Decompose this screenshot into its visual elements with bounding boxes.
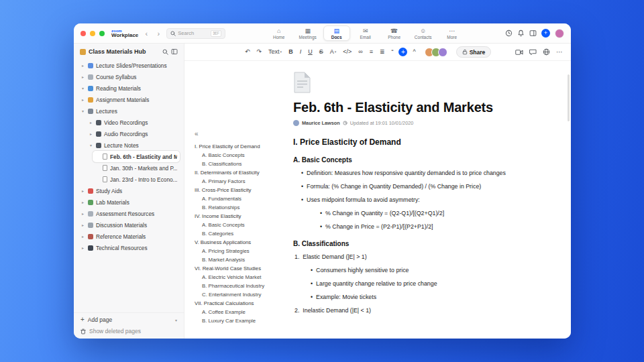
history-icon[interactable]	[505, 29, 513, 37]
tab-contacts[interactable]: ☺Contacts	[410, 25, 437, 41]
document[interactable]: Feb. 6th - Elasticity and Markets Mauric…	[284, 61, 571, 339]
chevron-right-icon[interactable]: ▸	[80, 200, 85, 204]
sidebar-item[interactable]: ▸Assignment Materials	[78, 94, 180, 105]
collapse-toolbar-button[interactable]: ^	[411, 48, 417, 56]
sidebar-item[interactable]: ▸Lab Materials	[78, 196, 180, 208]
sidebar-item[interactable]: Jan. 30th - Markets and P...	[93, 162, 180, 174]
sidebar-item[interactable]: ▸Reference Materials	[78, 231, 180, 242]
underline-button[interactable]: U	[307, 48, 314, 56]
toc-item[interactable]: B. Luxury Car Example	[195, 316, 281, 325]
collapse-toc-icon[interactable]: «	[195, 131, 281, 137]
undo-button[interactable]: ↶	[244, 48, 252, 56]
toc-item[interactable]: C. Entertainment Industry	[195, 290, 281, 299]
chevron-right-icon[interactable]: ▸	[80, 188, 85, 193]
toc-item[interactable]: VI. Real-World Case Studies	[195, 264, 281, 273]
chevron-down-icon[interactable]: ▾	[80, 109, 85, 113]
sidebar-item[interactable]: Jan. 23rd - Intro to Econo...	[93, 174, 180, 185]
doc-bullet-item[interactable]: •Example: Movie tickets	[311, 294, 523, 301]
more-options-icon[interactable]: ⋯	[556, 50, 563, 54]
doc-heading[interactable]: B. Classifications	[293, 240, 523, 247]
forward-button[interactable]: ›	[154, 29, 162, 38]
sidebar-item[interactable]: Feb. 6th - Elasticity and M...	[93, 151, 180, 162]
minimize-button[interactable]	[90, 31, 95, 36]
collaborator-avatar[interactable]	[438, 48, 447, 57]
redo-button[interactable]: ↷	[256, 48, 264, 56]
sidebar-item[interactable]: ▸Video Recordings	[86, 117, 180, 128]
notifications-bell-icon[interactable]	[517, 29, 525, 37]
link-button[interactable]: ∞	[357, 48, 364, 56]
chevron-down-icon[interactable]: ▾	[175, 318, 177, 322]
tab-more[interactable]: ⋯More	[439, 25, 466, 41]
back-button[interactable]: ‹	[142, 29, 150, 38]
tab-phone[interactable]: ☎Phone	[381, 25, 408, 41]
chevron-right-icon[interactable]: ▸	[89, 131, 93, 136]
strikethrough-button[interactable]: S	[318, 48, 325, 56]
chevron-right-icon[interactable]: ▸	[80, 234, 85, 239]
chevron-right-icon[interactable]: ▸	[80, 211, 85, 216]
sidebar-item[interactable]: ▸Lecture Slides/Presentations	[78, 60, 180, 71]
sidebar-item[interactable]: ▸Audio Recordings	[86, 128, 180, 139]
tab-email[interactable]: ✉Email	[352, 25, 379, 41]
new-item-button[interactable]: +	[541, 29, 550, 38]
doc-bullet-item[interactable]: •Large quantity change relative to price…	[311, 280, 523, 288]
toc-item[interactable]: A. Primary Factors	[195, 177, 281, 186]
sidebar-item[interactable]: ▸Study Aids	[78, 185, 180, 196]
chevron-right-icon[interactable]: ▸	[80, 97, 85, 102]
sidebar-item[interactable]: ▸Course Syllabus	[78, 71, 180, 82]
toc-item[interactable]: A. Fundamentals	[195, 194, 281, 203]
toc-item[interactable]: I. Price Elasticity of Demand	[195, 142, 281, 151]
doc-bullet-item[interactable]: •% Change in Price = (P2-P1)/[(P2+P1)/2]	[320, 223, 523, 231]
video-camera-icon[interactable]	[515, 49, 523, 56]
toc-item[interactable]: B. Pharmaceutical Industry	[195, 282, 281, 290]
sidebar-item[interactable]: ▾Lectures	[78, 105, 180, 117]
sidebar-search-icon[interactable]	[162, 49, 168, 55]
text-style-button[interactable]: Text▾	[267, 48, 283, 56]
toc-item[interactable]: A. Basic Concepts	[195, 151, 281, 160]
chevron-right-icon[interactable]: ▸	[80, 74, 85, 79]
chat-icon[interactable]	[529, 49, 537, 56]
text-color-button[interactable]: A▾	[329, 48, 338, 56]
sidebar-item[interactable]: ▸Discussion Materials	[78, 219, 180, 231]
doc-bullet-item[interactable]: •Definition: Measures how responsive qua…	[301, 170, 523, 177]
side-panel-icon[interactable]	[529, 29, 537, 37]
sidebar-item[interactable]: ▸Assessment Resources	[78, 208, 180, 219]
add-page-button[interactable]: + Add page ▾	[80, 316, 177, 323]
toc-item[interactable]: B. Relationships	[195, 203, 281, 212]
doc-heading[interactable]: I. Price Elasticity of Demand	[293, 137, 523, 147]
profile-avatar[interactable]	[555, 29, 564, 38]
insert-button[interactable]: +	[398, 48, 407, 56]
toc-item[interactable]: A. Basic Concepts	[195, 221, 281, 229]
tab-docs[interactable]: ▤Docs	[323, 25, 350, 41]
chevron-right-icon[interactable]: ▸	[80, 223, 85, 227]
doc-numbered-item[interactable]: 1.Elastic Demand (|E| > 1)	[294, 253, 523, 261]
doc-bullet-item[interactable]: •Uses midpoint formula to avoid asymmetr…	[301, 196, 523, 204]
toc-item[interactable]: B. Market Analysis	[195, 255, 281, 264]
toc-item[interactable]: II. Determinants of Elasticity	[195, 168, 281, 177]
toc-item[interactable]: A. Coffee Example	[195, 308, 281, 316]
chevron-down-icon[interactable]: ▾	[80, 86, 85, 90]
toc-item[interactable]: B. Categories	[195, 229, 281, 238]
share-button[interactable]: Share	[456, 46, 492, 58]
bold-button[interactable]: B	[287, 48, 294, 56]
toc-item[interactable]: IV. Income Elasticity	[195, 212, 281, 221]
doc-bullet-item[interactable]: •Formula: (% Change in Quantity Demanded…	[301, 183, 523, 190]
bulleted-list-button[interactable]: ≡	[368, 48, 374, 56]
chevron-right-icon[interactable]: ▸	[80, 63, 85, 68]
document-title[interactable]: Feb. 6th - Elasticity and Markets	[293, 100, 523, 115]
scrollbar-thumb[interactable]	[568, 74, 570, 121]
toc-item[interactable]: V. Business Applications	[195, 238, 281, 247]
toc-item[interactable]: A. Pricing Strategies	[195, 247, 281, 255]
close-button[interactable]	[80, 31, 86, 36]
doc-bullet-item[interactable]: •% Change in Quantity = (Q2-Q1)/[(Q2+Q1)…	[320, 210, 523, 217]
tab-home[interactable]: ⌂Home	[266, 25, 292, 41]
sidebar-item[interactable]: ▾Reading Materials	[78, 82, 180, 94]
italic-button[interactable]: I	[299, 48, 303, 56]
zoom-window-button[interactable]	[99, 31, 105, 36]
chevron-down-icon[interactable]: ▾	[89, 143, 93, 147]
quote-button[interactable]: “	[390, 48, 394, 56]
numbered-list-button[interactable]: ≣	[378, 48, 386, 56]
sidebar-item[interactable]: ▾Lecture Notes	[86, 139, 180, 151]
doc-numbered-item[interactable]: 2.Inelastic Demand (|E| < 1)	[294, 307, 523, 314]
doc-heading[interactable]: A. Basic Concepts	[293, 156, 523, 164]
show-deleted-pages-button[interactable]: Show deleted pages	[80, 328, 177, 335]
